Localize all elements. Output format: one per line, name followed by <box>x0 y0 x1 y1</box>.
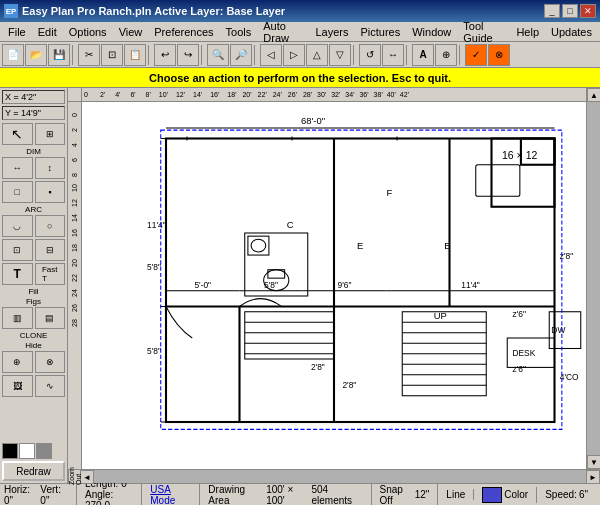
menu-pictures[interactable]: Pictures <box>354 24 406 40</box>
fill-label: Fill <box>2 287 65 296</box>
menu-tools[interactable]: Tools <box>220 24 258 40</box>
svg-text:11'4": 11'4" <box>147 220 166 230</box>
menu-preferences[interactable]: Preferences <box>148 24 219 40</box>
close-button[interactable]: ✕ <box>580 4 596 18</box>
menu-updates[interactable]: Updates <box>545 24 598 40</box>
open-button[interactable]: 📂 <box>25 44 47 66</box>
symbol-button[interactable]: ⊕ <box>435 44 457 66</box>
image-tool[interactable]: 🖼 <box>2 375 33 397</box>
color-swatch-white[interactable] <box>19 443 35 459</box>
scrollbar-vertical[interactable]: ▲ ▼ <box>586 88 600 469</box>
menu-options[interactable]: Options <box>63 24 113 40</box>
undo-button[interactable]: ↩ <box>154 44 176 66</box>
coord-x: X = 4'2" <box>2 90 65 104</box>
angle-label: Angle: 270.0 <box>85 489 113 505</box>
scroll-down-button[interactable]: ▼ <box>587 455 600 469</box>
toolbar: 📄 📂 💾 ✂ ⊡ 📋 ↩ ↪ 🔍 🔎 ◁ ▷ △ ▽ ↺ ↔ A ⊕ ✓ ⊗ <box>0 42 600 68</box>
rect-tool[interactable]: □ <box>2 181 33 203</box>
paste-button[interactable]: 📋 <box>124 44 146 66</box>
scroll-right-button[interactable]: ► <box>586 470 600 484</box>
flip-button[interactable]: ↔ <box>382 44 404 66</box>
left-toolbar: X = 4'2" Y = 14'9" ↖ ⊞ DIM ↔ ↕ □ ▪ ARC ◡… <box>0 88 68 483</box>
minimize-button[interactable]: _ <box>544 4 560 18</box>
wall-tool[interactable]: ⊡ <box>2 239 33 261</box>
color-swatch-black[interactable] <box>2 443 18 459</box>
text-button[interactable]: A <box>412 44 434 66</box>
arrow-right-button[interactable]: ▷ <box>283 44 305 66</box>
svg-text:DW: DW <box>551 325 565 335</box>
menu-window[interactable]: Window <box>406 24 457 40</box>
fast-text-tool[interactable]: FastT <box>35 263 66 285</box>
svg-text:16 × 12: 16 × 12 <box>502 150 537 162</box>
arrow-left-button[interactable]: ◁ <box>260 44 282 66</box>
menu-help[interactable]: Help <box>510 24 545 40</box>
hide-label: Hide <box>2 341 65 350</box>
scroll-track-h[interactable] <box>94 470 586 483</box>
hide-tool[interactable]: ⊗ <box>35 351 66 373</box>
menu-edit[interactable]: Edit <box>32 24 63 40</box>
drawing-canvas[interactable]: 16 × 12 68'-0" 5'-0" 5'8" 9'6" 11'4" <box>82 102 586 469</box>
dim-horiz-tool[interactable]: ↔ <box>2 157 33 179</box>
svg-text:11'4": 11'4" <box>461 280 480 290</box>
usa-mode-link[interactable]: USA Mode <box>150 484 191 506</box>
menu-bar: File Edit Options View Preferences Tools… <box>0 22 600 42</box>
redraw-button[interactable]: Redraw <box>2 461 65 481</box>
select-tool[interactable]: ↖ <box>2 123 33 145</box>
line-label: Line <box>446 489 465 500</box>
rect-fill-tool[interactable]: ▪ <box>35 181 66 203</box>
redo-button[interactable]: ↪ <box>177 44 199 66</box>
color-swatch[interactable] <box>482 487 502 503</box>
svg-text:E: E <box>357 240 363 251</box>
text-tool[interactable]: T <box>2 263 33 285</box>
dim-label: DIM <box>2 147 65 156</box>
rotate-button[interactable]: ↺ <box>359 44 381 66</box>
save-button[interactable]: 💾 <box>48 44 70 66</box>
menu-toolguide[interactable]: Tool Guide <box>457 18 510 46</box>
zoom-out-button[interactable]: 🔎 <box>230 44 252 66</box>
figs-tool[interactable]: ▤ <box>35 307 66 329</box>
arrow-down-button[interactable]: ▽ <box>329 44 351 66</box>
status-message: Choose an action to perform on the selec… <box>0 68 600 88</box>
scroll-track-v[interactable] <box>587 102 600 455</box>
menu-view[interactable]: View <box>113 24 149 40</box>
svg-text:F: F <box>387 187 393 198</box>
svg-text:z'6": z'6" <box>513 364 526 374</box>
arrow-up-button[interactable]: △ <box>306 44 328 66</box>
svg-text:E: E <box>444 240 450 251</box>
copy-button[interactable]: ⊡ <box>101 44 123 66</box>
app-icon: EP <box>4 4 18 18</box>
door-tool[interactable]: ⊟ <box>35 239 66 261</box>
maximize-button[interactable]: □ <box>562 4 578 18</box>
canvas-area[interactable]: 0 2' 4' 6' 8' 10' 12' 14' 16' 18' 20' 22… <box>68 88 586 469</box>
figs-label: Figs <box>2 297 65 306</box>
svg-text:2'8": 2'8" <box>311 362 325 372</box>
arc-tool[interactable]: ◡ <box>2 215 33 237</box>
arc-label: ARC <box>2 205 65 214</box>
menu-layers[interactable]: Layers <box>309 24 354 40</box>
color-section[interactable]: Color <box>482 487 537 503</box>
svg-text:5'8": 5'8" <box>147 262 161 272</box>
line-tool[interactable]: ∿ <box>35 375 66 397</box>
scroll-left-button[interactable]: ◄ <box>80 470 94 484</box>
ruler-corner <box>68 88 82 102</box>
horiz-value: Horiz: 0" <box>4 484 36 506</box>
window-controls[interactable]: _ □ ✕ <box>544 4 596 18</box>
menu-file[interactable]: File <box>2 24 32 40</box>
clone-tool[interactable]: ⊕ <box>2 351 33 373</box>
zoom-in-button[interactable]: 🔍 <box>207 44 229 66</box>
scroll-up-button[interactable]: ▲ <box>587 88 600 102</box>
circle-tool[interactable]: ○ <box>35 215 66 237</box>
speed-label: Speed: <box>545 489 577 500</box>
new-button[interactable]: 📄 <box>2 44 24 66</box>
dim-vert-tool[interactable]: ↕ <box>35 157 66 179</box>
color-swatch-gray[interactable] <box>36 443 52 459</box>
cut-button[interactable]: ✂ <box>78 44 100 66</box>
multi-select-tool[interactable]: ⊞ <box>35 123 66 145</box>
snap-section: Snap Off 12" <box>380 484 439 506</box>
fill-tool[interactable]: ▥ <box>2 307 33 329</box>
usa-mode-section[interactable]: USA Mode <box>150 484 200 506</box>
svg-text:DESK: DESK <box>513 348 536 358</box>
check-button[interactable]: ✓ <box>465 44 487 66</box>
menu-autodraw[interactable]: Auto Draw <box>257 18 309 46</box>
cancel-button[interactable]: ⊗ <box>488 44 510 66</box>
